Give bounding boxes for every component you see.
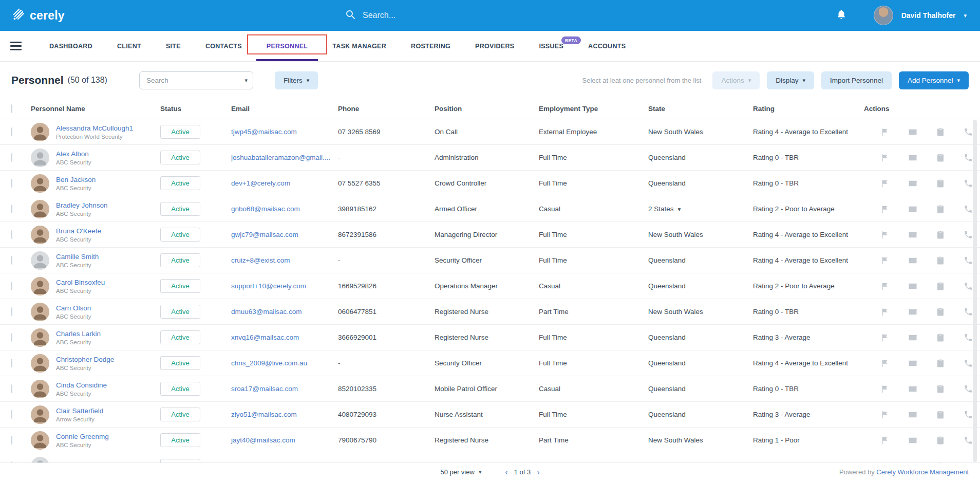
phone-icon[interactable] xyxy=(964,127,973,137)
flag-icon[interactable] xyxy=(880,179,890,188)
clipboard-icon[interactable] xyxy=(936,359,945,368)
clipboard-icon[interactable] xyxy=(936,127,945,137)
email-link[interactable]: gnbo68@mailsac.com xyxy=(231,205,300,213)
personnel-search-input[interactable] xyxy=(139,71,253,89)
phone-icon[interactable] xyxy=(964,256,973,265)
personnel-name-link[interactable]: Bradley Johnson xyxy=(56,201,108,209)
email-link[interactable]: joshuabatalleramazon@gmail.... xyxy=(231,154,330,161)
email-link[interactable]: support+10@cerely.com xyxy=(231,282,306,290)
clipboard-icon[interactable] xyxy=(936,282,945,291)
actions-button[interactable]: Actions ▾ xyxy=(712,71,760,89)
global-search[interactable] xyxy=(345,0,517,31)
nav-tab-accounts[interactable]: ACCOUNTS xyxy=(576,31,638,61)
mail-icon[interactable] xyxy=(908,256,917,265)
personnel-name-link[interactable]: Camille Smith xyxy=(56,253,99,261)
add-personnel-button[interactable]: Add Personnel ▾ xyxy=(899,71,969,89)
nav-tab-client[interactable]: CLIENT xyxy=(105,31,154,61)
email-link[interactable]: tjwp45@mailsac.com xyxy=(231,128,297,136)
flag-icon[interactable] xyxy=(880,307,890,317)
personnel-search-select[interactable]: ▾ xyxy=(139,71,253,89)
personnel-name-link[interactable]: Alex Albon xyxy=(56,150,91,158)
phone-icon[interactable] xyxy=(964,384,973,394)
nav-tab-rostering[interactable]: ROSTERING xyxy=(399,31,463,61)
clipboard-icon[interactable] xyxy=(936,205,945,214)
flag-icon[interactable] xyxy=(880,384,890,394)
flag-icon[interactable] xyxy=(880,436,890,445)
mail-icon[interactable] xyxy=(908,153,917,162)
flag-icon[interactable] xyxy=(880,230,890,239)
clipboard-icon[interactable] xyxy=(936,256,945,265)
mail-icon[interactable] xyxy=(908,410,917,419)
phone-icon[interactable] xyxy=(964,205,973,214)
row-checkbox[interactable] xyxy=(11,384,12,393)
import-personnel-button[interactable]: Import Personnel xyxy=(821,71,892,89)
mail-icon[interactable] xyxy=(908,230,917,239)
row-checkbox[interactable] xyxy=(11,307,12,316)
flag-icon[interactable] xyxy=(880,256,890,265)
email-link[interactable]: sroa17@mailsac.com xyxy=(231,385,298,393)
row-checkbox[interactable] xyxy=(11,153,12,162)
flag-icon[interactable] xyxy=(880,205,890,214)
email-link[interactable]: dmuu63@mailsac.com xyxy=(231,308,302,316)
mail-icon[interactable] xyxy=(908,179,917,188)
row-checkbox[interactable] xyxy=(11,359,12,367)
personnel-name-link[interactable]: Christopher Dodge xyxy=(56,356,114,363)
previous-page-chevron-icon[interactable]: ‹ xyxy=(505,468,507,476)
personnel-name-link[interactable]: Cinda Considine xyxy=(56,381,107,389)
phone-icon[interactable] xyxy=(964,307,973,317)
search-chevron-down-icon[interactable]: ▾ xyxy=(244,78,248,83)
personnel-name-link[interactable]: Bruna O'Keefe xyxy=(56,227,101,235)
nav-tab-task-manager[interactable]: TASK MANAGER xyxy=(320,31,399,61)
nav-tab-dashboard[interactable]: DASHBOARD xyxy=(37,31,105,61)
email-link[interactable]: jayt40@mailsac.com xyxy=(231,436,295,444)
mail-icon[interactable] xyxy=(908,333,917,342)
phone-icon[interactable] xyxy=(964,333,973,342)
clipboard-icon[interactable] xyxy=(936,436,945,445)
email-link[interactable]: dev+1@cerely.com xyxy=(231,179,290,187)
user-menu-chevron-down-icon[interactable]: ▾ xyxy=(964,13,967,18)
clipboard-icon[interactable] xyxy=(936,230,945,239)
global-search-input[interactable] xyxy=(363,11,517,20)
per-view-selector[interactable]: 50 per view ▾ xyxy=(440,468,481,476)
personnel-name-link[interactable]: Connie Greenmg xyxy=(56,433,109,440)
row-checkbox[interactable] xyxy=(11,256,12,265)
email-link[interactable]: chris_2009@live.com.au xyxy=(231,359,307,367)
table-scrollbar[interactable] xyxy=(973,120,977,462)
row-checkbox[interactable] xyxy=(11,282,12,290)
phone-icon[interactable] xyxy=(964,179,973,188)
phone-icon[interactable] xyxy=(964,230,973,239)
flag-icon[interactable] xyxy=(880,127,890,137)
phone-icon[interactable] xyxy=(964,410,973,419)
state-chevron-down-icon[interactable]: ▼ xyxy=(677,207,682,212)
mail-icon[interactable] xyxy=(908,282,917,291)
hamburger-menu-icon[interactable] xyxy=(10,42,22,50)
nav-tab-personnel[interactable]: PERSONNEL xyxy=(254,31,321,61)
flag-icon[interactable] xyxy=(880,410,890,419)
flag-icon[interactable] xyxy=(880,359,890,368)
row-checkbox[interactable] xyxy=(11,127,12,136)
clipboard-icon[interactable] xyxy=(936,153,945,162)
mail-icon[interactable] xyxy=(908,205,917,214)
nav-tab-site[interactable]: SITE xyxy=(154,31,193,61)
row-checkbox[interactable] xyxy=(11,205,12,213)
phone-icon[interactable] xyxy=(964,436,973,445)
mail-icon[interactable] xyxy=(908,359,917,368)
clipboard-icon[interactable] xyxy=(936,179,945,188)
select-all-checkbox[interactable] xyxy=(11,104,12,113)
phone-icon[interactable] xyxy=(964,282,973,291)
user-avatar[interactable] xyxy=(874,6,893,25)
display-button[interactable]: Display ▾ xyxy=(767,71,814,89)
phone-icon[interactable] xyxy=(964,153,973,162)
filters-button[interactable]: Filters ▾ xyxy=(275,71,318,89)
nav-tab-issues[interactable]: ISSUES BETA xyxy=(526,31,576,61)
personnel-name-link[interactable]: Clair Satterfield xyxy=(56,407,103,415)
flag-icon[interactable] xyxy=(880,282,890,291)
notification-bell-icon[interactable] xyxy=(836,9,847,22)
email-link[interactable]: ziyo51@mailsac.com xyxy=(231,411,297,418)
clipboard-icon[interactable] xyxy=(936,384,945,394)
email-link[interactable]: cruiz+8@exist.com xyxy=(231,256,290,264)
clipboard-icon[interactable] xyxy=(936,410,945,419)
flag-icon[interactable] xyxy=(880,153,890,162)
powered-by-link[interactable]: Cerely Workforce Management xyxy=(876,468,969,476)
flag-icon[interactable] xyxy=(880,333,890,342)
